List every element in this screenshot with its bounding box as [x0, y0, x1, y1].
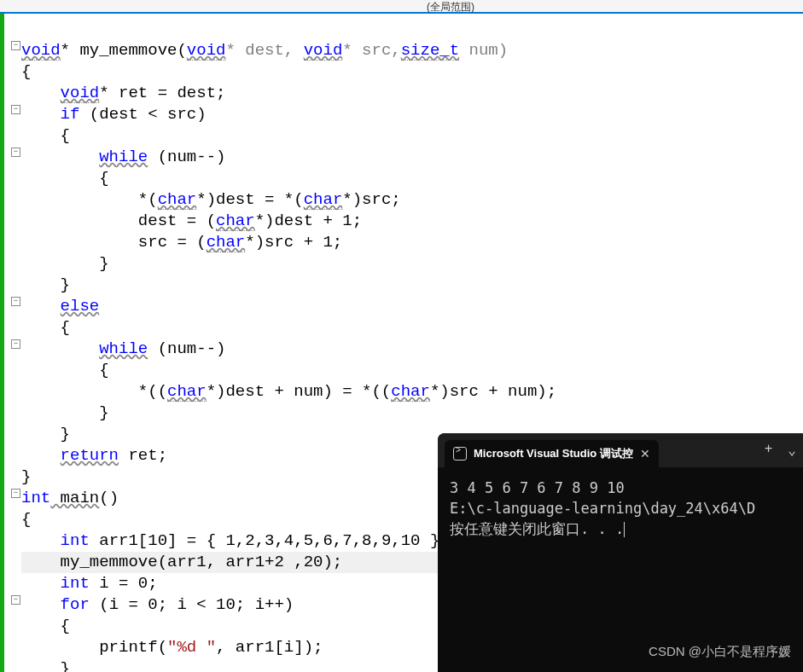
code-line: while (num--) — [21, 147, 803, 168]
code-line: *((char*)dest + num) = *((char*)src + nu… — [21, 381, 803, 403]
terminal-output[interactable]: 3 4 5 6 7 6 7 8 9 10 E:\c-language-learn… — [438, 467, 803, 549]
code-line: *(char*)dest = *(char*)src; — [21, 189, 803, 211]
watermark: CSDN @小白不是程序媛 — [649, 644, 791, 660]
code-line: void* ret = dest; — [21, 83, 803, 104]
close-icon[interactable]: ✕ — [640, 447, 650, 461]
scope-label: (全局范围) — [427, 0, 474, 14]
fold-gutter: − − − − − − − — [4, 14, 21, 672]
terminal-title: Microsoft Visual Studio 调试控 — [474, 446, 633, 461]
fold-toggle[interactable]: − — [11, 595, 20, 605]
code-line: { — [21, 125, 803, 147]
output-line: E:\c-language-learning\day_24\x64\D — [450, 498, 791, 518]
new-tab-icon[interactable]: + — [765, 442, 773, 459]
code-line: { — [21, 317, 803, 339]
chevron-down-icon[interactable]: ⌄ — [788, 442, 796, 459]
code-line: while (num--) — [21, 339, 803, 360]
fold-toggle[interactable]: − — [11, 297, 20, 306]
code-line: dest = (char*)dest + 1; — [21, 211, 803, 232]
code-line: void* my_memmove(void* dest, void* src,s… — [21, 40, 803, 61]
fold-toggle[interactable]: − — [11, 41, 20, 50]
code-line: src = (char*)src + 1; — [21, 232, 803, 253]
terminal-tab[interactable]: Microsoft Visual Studio 调试控 ✕ — [445, 440, 659, 467]
terminal-icon — [453, 447, 467, 461]
fold-toggle[interactable]: − — [11, 148, 20, 157]
editor-top-border: (全局范围) — [0, 0, 803, 14]
cursor — [624, 522, 625, 537]
code-line: else — [21, 296, 803, 317]
code-line: { — [21, 360, 803, 381]
fold-toggle[interactable]: − — [11, 105, 20, 114]
terminal-actions: + ⌄ — [765, 442, 796, 459]
output-line: 3 4 5 6 7 6 7 8 9 10 — [450, 478, 791, 498]
code-line: { — [21, 61, 803, 83]
terminal-titlebar[interactable]: Microsoft Visual Studio 调试控 ✕ + ⌄ — [438, 433, 803, 467]
code-line: } — [21, 253, 803, 275]
code-line: { — [21, 168, 803, 189]
code-line — [21, 19, 803, 40]
terminal-window[interactable]: Microsoft Visual Studio 调试控 ✕ + ⌄ 3 4 5 … — [438, 433, 803, 672]
code-line: } — [21, 403, 803, 424]
fold-toggle[interactable]: − — [11, 339, 20, 349]
code-line: } — [21, 275, 803, 296]
output-line: 按任意键关闭此窗口. . . — [450, 518, 791, 539]
fold-toggle[interactable]: − — [11, 489, 20, 498]
code-line: if (dest < src) — [21, 104, 803, 125]
